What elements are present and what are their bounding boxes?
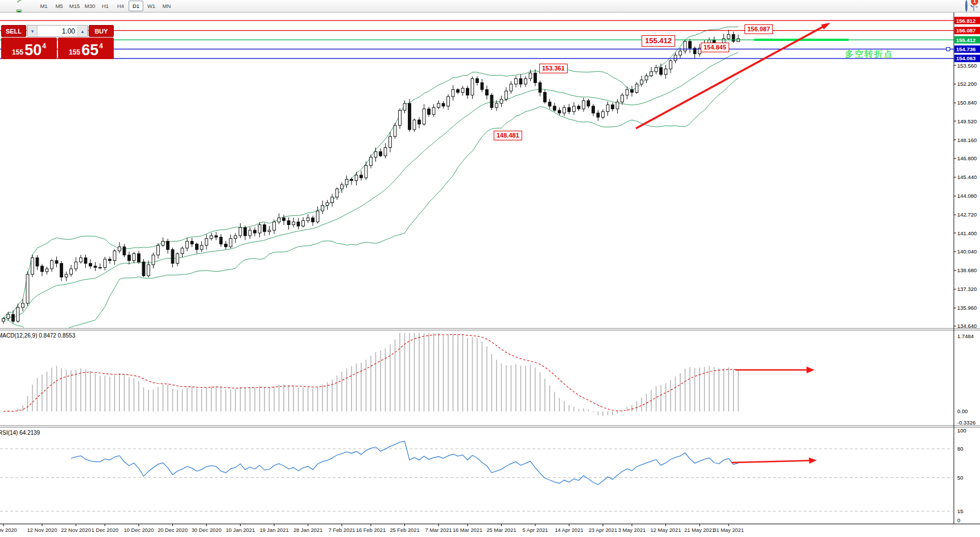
time-label: 16 Feb 2021: [356, 527, 386, 533]
time-label: 10 Dec 2020: [124, 527, 154, 533]
time-label: 7 Feb 2021: [328, 527, 355, 533]
rsi-axis-tick: 80: [957, 446, 964, 452]
search-button[interactable]: [965, 1, 967, 11]
price-tick: 138.680: [957, 267, 977, 273]
price-badge: 154.736: [956, 46, 975, 52]
time-label: 14 Apr 2021: [555, 527, 583, 533]
time-label: 12 May 2021: [651, 527, 681, 533]
rsi-axis-tick: 50: [957, 474, 964, 481]
time-label: 21 May 2021: [684, 527, 715, 533]
price-annotation-156[interactable]: 156.087: [745, 24, 773, 34]
trend-note-label[interactable]: 多空转折点: [845, 49, 894, 60]
rsi-axis-tick: 100: [957, 427, 966, 434]
timeframe-button-m1[interactable]: M1: [36, 1, 51, 11]
time-label: 10 Jan 2021: [226, 527, 255, 533]
rsi-axis-tick: 0: [957, 517, 960, 523]
price-badge: 156.087: [956, 27, 975, 34]
volume-stepper[interactable]: ▾ ▴: [27, 25, 88, 37]
price-tick: 137.320: [957, 286, 977, 292]
volume-input[interactable]: [38, 26, 77, 36]
time-label: 2 Nov 2020: [0, 527, 17, 533]
buy-price-display[interactable]: 155 65 4: [58, 38, 114, 59]
time-label: 25 Feb 2021: [390, 527, 419, 533]
price-annotation-153[interactable]: 153.361: [539, 64, 568, 73]
sell-price-pip: 4: [42, 42, 46, 50]
price-tick: 135.960: [957, 305, 977, 311]
line-handle: [946, 47, 950, 51]
price-tick: 145.440: [957, 174, 977, 180]
price-badge: 155.412: [956, 37, 975, 43]
timeframe-button-h4[interactable]: H4: [113, 1, 128, 11]
timeframe-button-h1[interactable]: H1: [98, 1, 113, 11]
timeframe-button-m15[interactable]: M15: [67, 1, 82, 11]
price-tick: 148.160: [957, 137, 977, 143]
time-label: 16 Mar 2021: [453, 527, 482, 533]
time-label: 31 May 2021: [713, 527, 744, 533]
timeframe-button-d1[interactable]: D1: [129, 1, 143, 11]
time-label: 20 Dec 2020: [158, 527, 188, 533]
sell-price-big: 50: [24, 43, 42, 58]
search-icon: [965, 0, 967, 12]
volume-increase-button[interactable]: ▴: [77, 26, 88, 36]
buy-price-prefix: 155: [69, 48, 80, 56]
chart-area[interactable]: GBPJPY, Daily 155.280 155.801 155.280 15…: [0, 13, 980, 537]
buy-price-big: 65: [81, 43, 98, 58]
timeframe-button-mn[interactable]: MN: [159, 1, 174, 11]
timeframe-button-w1[interactable]: W1: [144, 1, 159, 11]
sell-price-prefix: 155: [12, 48, 23, 56]
time-label: 12 Nov 2020: [27, 527, 57, 533]
price-tick: 134.640: [957, 323, 977, 329]
macd-label: MACD(12,26,9) 0.8472 0.8553: [0, 332, 76, 339]
time-label: 28 Jan 2021: [293, 527, 322, 533]
macd-axis-bottom: -0.3326: [957, 419, 975, 426]
price-tick: 153.560: [957, 63, 977, 69]
buy-button[interactable]: BUY: [89, 25, 114, 37]
one-click-trading-panel[interactable]: SELL ▾ ▴ BUY 155 50 4 155 65 4: [1, 25, 114, 59]
time-label: 23 Apr 2021: [589, 527, 617, 533]
price-badge: 156.812: [956, 18, 975, 24]
time-label: 22 Nov 2020: [61, 527, 91, 533]
price-tick: 142.720: [957, 211, 977, 218]
price-tick: 140.040: [957, 248, 977, 255]
rsi-axis-tick: 15: [957, 508, 964, 514]
time-label: 3 May 2021: [618, 527, 646, 533]
main-toolbar: ◫+新订单◆☻◉●自动交易║▥≈⊕⊖▦↗▣◷▩↖＋｜—∕⫽FAT⇅ M1M5M1…: [0, 0, 980, 13]
sell-price-display[interactable]: 155 50 4: [1, 38, 57, 59]
macd-axis-top: 1.7484: [957, 333, 974, 339]
price-tick: 152.200: [957, 81, 977, 87]
notification-badge: 1: [971, 0, 978, 5]
price-chart-canvas[interactable]: 153.560152.200150.840149.520148.160146.8…: [0, 13, 980, 537]
sell-button[interactable]: SELL: [1, 25, 26, 37]
time-label: 1 Dec 2020: [92, 527, 119, 533]
indicators-icon[interactable]: ↗: [2, 0, 36, 6]
timeframe-button-m30[interactable]: M30: [82, 1, 97, 11]
time-label: 30 Dec 2020: [192, 527, 222, 533]
time-label: 5 Apr 2021: [523, 527, 548, 533]
price-tick: 144.080: [957, 193, 977, 199]
price-badge: 154.063: [956, 55, 975, 61]
price-annotation-155[interactable]: 155.412: [642, 35, 675, 47]
time-label: 7 Mar 2021: [425, 527, 452, 533]
timeframe-button-m5[interactable]: M5: [52, 1, 67, 11]
price-tick: 141.400: [957, 230, 977, 236]
price-annotation-148[interactable]: 148.481: [494, 131, 522, 140]
macd-axis-zero: 0.00: [957, 408, 968, 414]
time-label: 19 Jan 2021: [259, 527, 288, 533]
notifications-button[interactable]: 1: [973, 1, 974, 11]
volume-decrease-button[interactable]: ▾: [27, 26, 38, 36]
price-tick: 149.520: [957, 118, 977, 124]
buy-price-pip: 4: [99, 42, 103, 50]
price-tick: 150.840: [957, 99, 977, 106]
rsi-label: RSI(14) 64.2139: [0, 430, 40, 436]
time-label: 25 Mar 2021: [486, 527, 516, 533]
price-annotation-154[interactable]: 154.845: [701, 43, 729, 52]
price-tick: 146.800: [957, 155, 977, 161]
